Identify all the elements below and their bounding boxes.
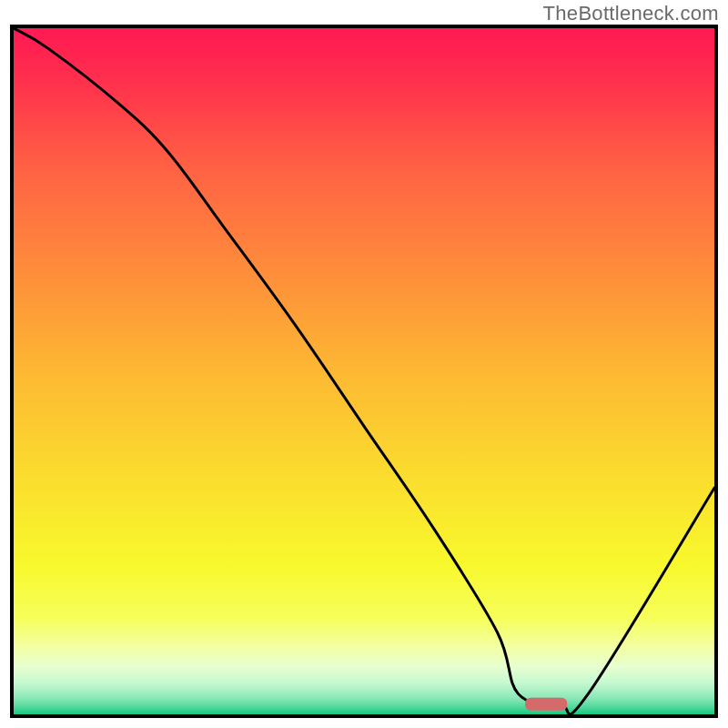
plot-area — [10, 25, 718, 718]
watermark-label: TheBottleneck.com — [543, 2, 719, 25]
bottleneck-curve — [14, 28, 714, 714]
curve-layer — [14, 28, 714, 714]
optimum-marker — [525, 698, 567, 711]
chart-frame: TheBottleneck.com — [0, 0, 728, 728]
